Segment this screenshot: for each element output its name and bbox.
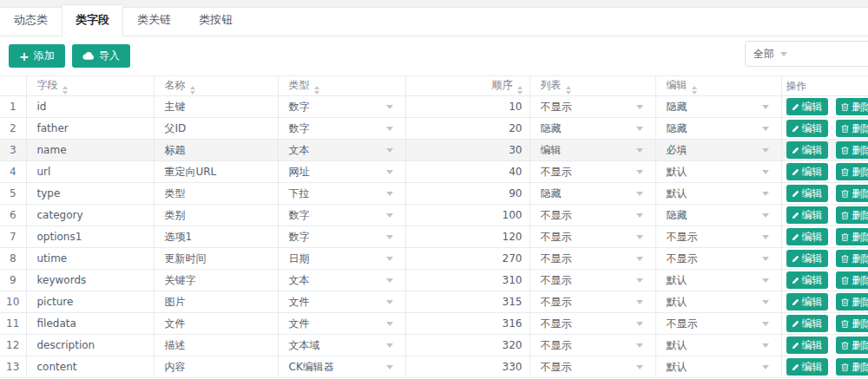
- delete-button[interactable]: 删除: [836, 163, 868, 180]
- edit-select[interactable]: 不显示: [655, 248, 781, 270]
- edit-button[interactable]: 编辑: [786, 250, 828, 267]
- row-index: 6: [0, 205, 26, 226]
- type-select[interactable]: 数字: [278, 118, 405, 140]
- chevron-down-icon: [762, 127, 769, 131]
- filter-select[interactable]: 全部: [745, 41, 868, 67]
- delete-button[interactable]: 删除: [836, 293, 868, 310]
- list-select[interactable]: 不显示: [529, 313, 655, 335]
- table-row: 6 category 类别 数字 100 不显示 隐藏 编辑 删除: [0, 205, 868, 226]
- row-index: 13: [0, 356, 26, 378]
- edit-button[interactable]: 编辑: [786, 271, 828, 289]
- edit-select[interactable]: 隐藏: [655, 96, 781, 118]
- order-cell: 40: [405, 161, 529, 183]
- list-select[interactable]: 不显示: [529, 356, 655, 378]
- header-name[interactable]: 名称: [154, 76, 278, 96]
- list-select[interactable]: 不显示: [529, 291, 655, 313]
- type-select[interactable]: 日期: [278, 248, 405, 270]
- sort-icon: [190, 86, 195, 95]
- list-select[interactable]: 不显示: [529, 161, 655, 183]
- edit-button[interactable]: 编辑: [786, 185, 828, 202]
- tab-class-links[interactable]: 类关链: [123, 4, 185, 36]
- type-select[interactable]: 文本: [278, 270, 405, 291]
- edit-select[interactable]: 默认: [655, 356, 781, 378]
- type-select[interactable]: 下拉: [278, 183, 405, 205]
- header-field[interactable]: 字段: [26, 76, 154, 96]
- list-select[interactable]: 不显示: [529, 96, 655, 118]
- delete-button[interactable]: 删除: [836, 98, 868, 115]
- edit-button[interactable]: 编辑: [786, 315, 828, 332]
- delete-button[interactable]: 删除: [836, 185, 868, 202]
- edit-select[interactable]: 隐藏: [655, 205, 781, 226]
- list-select[interactable]: 不显示: [529, 205, 655, 226]
- list-select[interactable]: 不显示: [529, 335, 655, 356]
- edit-button[interactable]: 编辑: [786, 141, 828, 159]
- import-button[interactable]: 导入: [72, 44, 130, 68]
- row-actions-cell: 编辑 删除: [781, 248, 868, 270]
- edit-select[interactable]: 隐藏: [655, 118, 781, 140]
- delete-button[interactable]: 删除: [836, 337, 868, 354]
- edit-button[interactable]: 编辑: [786, 337, 828, 354]
- delete-button[interactable]: 删除: [836, 206, 868, 224]
- row-index: 7: [0, 226, 26, 248]
- edit-button[interactable]: 编辑: [786, 98, 828, 115]
- type-select[interactable]: 网址: [278, 161, 405, 183]
- type-select[interactable]: 数字: [278, 96, 405, 118]
- edit-button[interactable]: 编辑: [786, 120, 828, 137]
- type-select[interactable]: 数字: [278, 205, 405, 226]
- edit-button[interactable]: 编辑: [786, 293, 828, 310]
- pencil-icon: [792, 298, 799, 306]
- list-select[interactable]: 不显示: [529, 270, 655, 291]
- header-type[interactable]: 类型: [278, 76, 405, 96]
- edit-select[interactable]: 默认: [655, 291, 781, 313]
- table-row: 5 type 类型 下拉 90 隐藏 默认 编辑 删除: [0, 183, 868, 205]
- type-select[interactable]: 文件: [278, 313, 405, 335]
- name-cell: 更新时间: [154, 248, 278, 270]
- type-select[interactable]: 文本: [278, 140, 405, 161]
- list-select[interactable]: 不显示: [529, 226, 655, 248]
- header-list[interactable]: 列表: [529, 76, 655, 96]
- name-cell: 类型: [154, 183, 278, 205]
- type-select[interactable]: CK编辑器: [278, 356, 405, 378]
- delete-button[interactable]: 删除: [836, 250, 868, 267]
- list-select[interactable]: 隐藏: [529, 183, 655, 205]
- delete-button[interactable]: 删除: [836, 141, 868, 159]
- table-header-row: 字段 名称 类型 顺序 列表 编辑 操作: [0, 76, 868, 96]
- table-row: 4 url 重定向URL 网址 40 不显示 默认 编辑 删除: [0, 161, 868, 183]
- delete-button[interactable]: 删除: [836, 120, 868, 137]
- edit-select[interactable]: 默认: [655, 335, 781, 356]
- add-button-label: 添加: [34, 49, 55, 63]
- header-order[interactable]: 顺序: [405, 76, 529, 96]
- type-select[interactable]: 文件: [278, 291, 405, 313]
- add-button[interactable]: + 添加: [9, 44, 65, 68]
- list-select[interactable]: 不显示: [529, 248, 655, 270]
- header-edit[interactable]: 编辑: [655, 76, 781, 96]
- field-cell: utime: [26, 248, 154, 270]
- edit-select[interactable]: 不显示: [655, 226, 781, 248]
- chevron-down-icon: [636, 170, 643, 174]
- type-select[interactable]: 文本域: [278, 335, 405, 356]
- edit-button[interactable]: 编辑: [786, 206, 828, 224]
- tab-dynamic-class[interactable]: 动态类: [0, 4, 62, 36]
- list-select[interactable]: 隐藏: [529, 118, 655, 140]
- delete-button[interactable]: 删除: [836, 228, 868, 245]
- edit-button[interactable]: 编辑: [786, 228, 828, 245]
- chevron-down-icon: [386, 192, 393, 196]
- edit-button[interactable]: 编辑: [786, 163, 828, 180]
- list-select[interactable]: 编辑: [529, 140, 655, 161]
- delete-button[interactable]: 删除: [836, 315, 868, 332]
- delete-button[interactable]: 删除: [836, 358, 868, 376]
- tab-class-fields[interactable]: 类字段: [62, 4, 123, 36]
- row-actions-cell: 编辑 删除: [781, 291, 868, 313]
- edit-button[interactable]: 编辑: [786, 358, 828, 376]
- edit-select[interactable]: 默认: [655, 161, 781, 183]
- table-body: 1 id 主键 数字 10 不显示 隐藏 编辑 删除 2 father 父ID …: [0, 96, 868, 378]
- chevron-down-icon: [762, 170, 769, 174]
- edit-select[interactable]: 默认: [655, 270, 781, 291]
- type-select[interactable]: 数字: [278, 226, 405, 248]
- edit-select[interactable]: 必填: [655, 140, 781, 161]
- edit-select[interactable]: 默认: [655, 183, 781, 205]
- tab-class-buttons[interactable]: 类按钮: [185, 4, 247, 36]
- pencil-icon: [792, 125, 799, 133]
- delete-button[interactable]: 删除: [836, 271, 868, 289]
- edit-select[interactable]: 不显示: [655, 313, 781, 335]
